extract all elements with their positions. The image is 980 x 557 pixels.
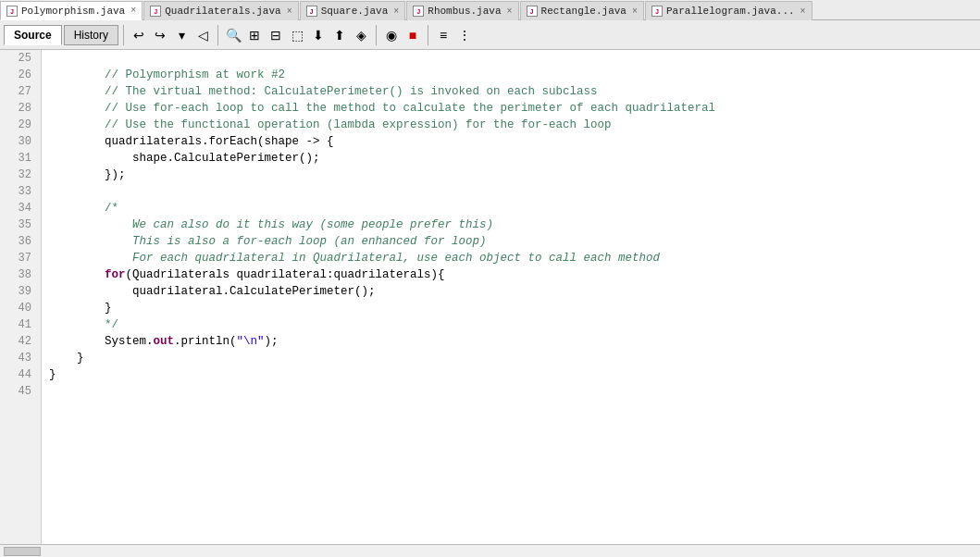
code-line: } (49, 366, 980, 383)
separator-3 (376, 25, 377, 45)
references-button[interactable]: ⊞ (244, 25, 265, 45)
tab-square[interactable]: J Square.java × (300, 1, 406, 20)
tab-rhombus[interactable]: J Rhombus.java × (406, 1, 518, 20)
tab-close-parallelogram[interactable]: × (800, 6, 806, 17)
normal-token (49, 168, 105, 181)
source-button[interactable]: Source (4, 25, 62, 45)
tab-label: Polymorphism.java (21, 6, 125, 17)
line-number: 41 (0, 316, 35, 333)
line-number: 40 (0, 300, 35, 316)
java-icon: J (306, 6, 317, 17)
normal-token (49, 268, 105, 281)
code-line: /* (49, 200, 980, 217)
line-number: 25 (0, 50, 35, 67)
format-element-button[interactable]: ⋮ (454, 25, 475, 45)
normal-token: System. (105, 335, 154, 348)
code-line: shape.CalculatePerimeter(); (49, 150, 980, 167)
tab-parallelogram[interactable]: J Parallelogram.java... × (645, 1, 813, 20)
horizontal-scrollbar[interactable] (4, 547, 41, 556)
search-group: 🔍 ⊞ ⊟ ⬚ ⬇ ⬆ ◈ (223, 25, 371, 45)
separator-1 (123, 25, 124, 45)
line-number: 28 (0, 100, 35, 117)
comment-italic-token: We can also do it this way (some people … (132, 218, 493, 231)
open-declaration-button[interactable]: 🔍 (223, 25, 243, 45)
normal-token (49, 352, 77, 365)
editor-container: 2526272829303132333435363738394041424344… (0, 50, 980, 544)
tab-polymorphism[interactable]: J Polymorphism.java × (0, 1, 143, 20)
comment-token: // Use the functional operation (lambda … (105, 118, 612, 131)
normal-token: shape.CalculatePerimeter(); (132, 152, 320, 165)
open-type-button[interactable]: ⬚ (287, 25, 307, 45)
code-line: } (49, 300, 980, 316)
mark-occurrences-button[interactable]: ◉ (381, 25, 402, 45)
previous-edit-button[interactable]: ◁ (192, 25, 213, 45)
normal-token: ); (265, 335, 279, 348)
line-number: 33 (0, 183, 35, 200)
code-line: // Use the functional operation (lambda … (49, 117, 980, 133)
line-number: 32 (0, 167, 35, 183)
code-line: // Polymorphism at work #2 (49, 67, 980, 83)
tab-label: Rectangle.java (541, 6, 626, 17)
comment-italic-token: For each quadrilateral in Quadrilateral,… (132, 252, 660, 265)
normal-token: .println( (174, 335, 237, 348)
line-number: 34 (0, 200, 35, 217)
java-icon: J (150, 6, 161, 17)
code-line: }); (49, 167, 980, 183)
normal-token (49, 68, 105, 81)
tab-close-rectangle[interactable]: × (632, 6, 638, 17)
bottom-scrollbar[interactable] (0, 544, 980, 557)
normal-token: }); (105, 168, 126, 181)
tab-quadrilaterals[interactable]: J Quadrilaterals.java × (143, 1, 298, 20)
tab-close-rhombus[interactable]: × (507, 6, 513, 17)
normal-token: quadrilaterals.forEach(shape -> { (105, 135, 334, 148)
undo-history-button[interactable]: ▾ (171, 25, 192, 45)
line-number: 44 (0, 366, 35, 383)
normal-token: } (49, 368, 56, 381)
tab-close-polymorphism[interactable]: × (130, 6, 136, 16)
code-area[interactable]: // Polymorphism at work #2 // The virtua… (42, 50, 980, 544)
normal-token (49, 218, 132, 231)
hierarchy-button[interactable]: ⊟ (266, 25, 286, 45)
tab-close-quadrilaterals[interactable]: × (287, 6, 292, 17)
comment-token: // The virtual method: CalculatePerimete… (105, 85, 598, 98)
separator-4 (428, 25, 428, 45)
line-number: 29 (0, 117, 35, 133)
next-annotation-button[interactable]: ⬇ (308, 25, 329, 45)
code-line: } (49, 350, 980, 366)
tab-label: Quadrilaterals.java (165, 6, 280, 17)
tab-rectangle[interactable]: J Rectangle.java × (520, 1, 644, 20)
normal-token (49, 285, 132, 298)
normal-token (49, 152, 132, 165)
tab-bar: J Polymorphism.java × J Quadrilaterals.j… (0, 0, 980, 20)
line-number: 42 (0, 333, 35, 350)
last-edit-button[interactable]: ◈ (351, 25, 371, 45)
tab-label: Square.java (321, 6, 389, 17)
java-icon: J (651, 6, 663, 17)
format-button[interactable]: ≡ (433, 25, 453, 45)
code-line (49, 183, 980, 200)
code-line: We can also do it this way (some people … (49, 217, 980, 233)
tab-close-square[interactable]: × (393, 6, 399, 17)
line-number: 37 (0, 250, 35, 266)
normal-token (49, 85, 105, 98)
undo-button[interactable]: ↩ (129, 25, 149, 45)
line-number: 31 (0, 150, 35, 167)
prev-annotation-button[interactable]: ⬆ (329, 25, 350, 45)
code-line: // The virtual method: CalculatePerimete… (49, 83, 980, 100)
redo-button[interactable]: ↪ (150, 25, 170, 45)
normal-token (49, 202, 105, 215)
keyword-token: for (105, 268, 126, 281)
history-button[interactable]: History (64, 25, 118, 45)
stop-button[interactable]: ■ (403, 25, 423, 45)
normal-token: (Quadrilaterals quadrilateral:quadrilate… (126, 268, 445, 281)
undo-redo-group: ↩ ↪ ▾ ◁ (129, 25, 213, 45)
line-number: 27 (0, 83, 35, 100)
code-line: */ (49, 316, 980, 333)
line-number: 45 (0, 383, 35, 400)
string-token: "\n" (237, 335, 265, 348)
code-line (49, 50, 980, 67)
normal-token (49, 118, 105, 131)
normal-token (49, 302, 105, 315)
code-line: System.out.println("\n"); (49, 333, 980, 350)
normal-token (49, 252, 132, 265)
